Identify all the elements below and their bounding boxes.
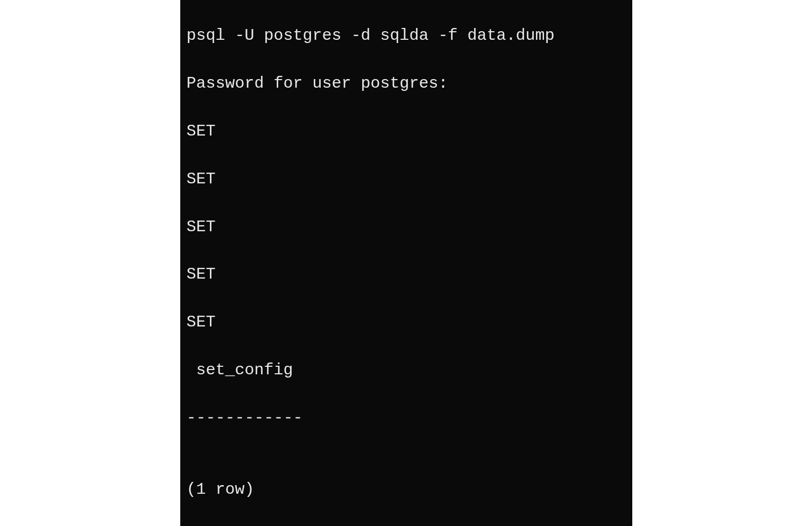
terminal-output-line: SET [187,167,626,191]
terminal-output-line: SET [187,310,626,334]
terminal-window[interactable]: psql -U postgres -d sqlda -f data.dump P… [180,0,632,526]
terminal-output-line: (1 row) [187,478,626,501]
terminal-command-line: psql -U postgres -d sqlda -f data.dump [187,24,626,47]
terminal-output-line: SET [187,215,626,239]
terminal-output-line: SET [187,262,626,286]
terminal-password-prompt: Password for user postgres: [187,72,626,95]
terminal-output-line: SET [187,119,626,143]
terminal-output-line: ------------ [187,406,626,430]
terminal-output-line: set_config [187,358,626,382]
